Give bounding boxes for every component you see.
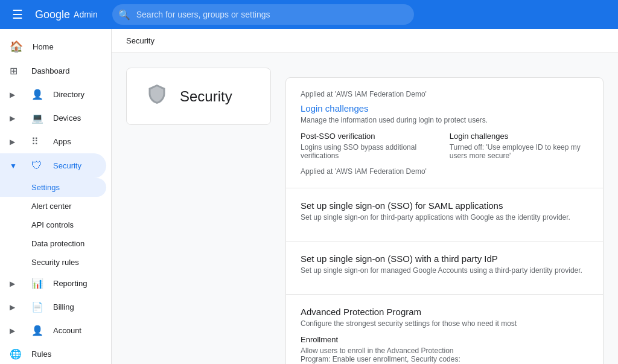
directory-icon: 👤 — [31, 89, 43, 100]
rules-icon: 🌐 — [10, 348, 22, 360]
data-protection-label: Data protection — [31, 239, 84, 248]
section-title-2: Set up single sign-on (SSO) with a third… — [301, 254, 588, 264]
chevron-right-icon: ▶ — [10, 327, 22, 335]
sidebar-item-reporting[interactable]: ▶ 📊 Reporting — [0, 272, 106, 295]
billing-icon: 📄 — [31, 301, 43, 313]
section-cols-0: Post-SSO verification Logins using SSO b… — [301, 132, 588, 160]
col-desc-0-1: Turned off: 'Use employee ID to keep my … — [450, 143, 588, 160]
home-icon: 🏠 — [10, 40, 23, 53]
menu-icon[interactable]: ☰ — [10, 5, 25, 24]
sidebar-sub-item-alert-center[interactable]: Alert center — [0, 197, 106, 216]
breadcrumb-text: Security — [126, 36, 154, 45]
search-input[interactable] — [112, 4, 414, 25]
sidebar-item-label: Billing — [53, 302, 74, 311]
sidebar-sub-item-api-controls[interactable]: API controls — [0, 216, 106, 234]
sidebar-item-label: Rules — [31, 350, 51, 359]
security-header-card: Security — [126, 68, 271, 125]
sidebar-item-label: Home — [33, 42, 54, 51]
sidebar-sub-item-settings[interactable]: Settings — [0, 178, 106, 197]
enrollment-title: Enrollment — [301, 335, 588, 344]
chevron-right-icon: ▶ — [10, 91, 22, 99]
col-title-0-1: Login challenges — [450, 132, 588, 141]
section-col-0-1: Login challenges Turned off: 'Use employ… — [450, 132, 588, 160]
chevron-down-icon: ▼ — [10, 162, 22, 170]
sidebar-item-label: Directory — [53, 90, 84, 99]
admin-wordmark: Admin — [74, 10, 98, 19]
sidebar-item-label: Devices — [53, 113, 81, 123]
account-icon: 👤 — [31, 325, 43, 336]
applied-top-0: Applied at 'AWS IAM Federation Demo' — [301, 90, 588, 98]
api-controls-label: API controls — [31, 220, 74, 229]
sidebar-item-billing[interactable]: ▶ 📄 Billing — [0, 295, 106, 319]
page-title: Security — [180, 88, 232, 105]
sidebar-sub-item-security-rules[interactable]: Security rules — [0, 253, 106, 272]
section-desc-2: Set up single sign-on for managed Google… — [301, 266, 588, 275]
left-panel: Security — [126, 68, 271, 125]
chevron-right-icon: ▶ — [10, 114, 22, 123]
sidebar-item-home[interactable]: 🏠 Home — [0, 34, 106, 59]
sidebar-item-label: Reporting — [53, 279, 87, 288]
sections-container: Applied at 'AWS IAM Federation Demo' Log… — [285, 77, 604, 364]
right-panel: Applied at 'AWS IAM Federation Demo' Log… — [285, 68, 604, 364]
chevron-right-icon: ▶ — [10, 138, 22, 146]
col-title-0-0: Post-SSO verification — [301, 132, 421, 141]
section-desc-0: Manage the information used during login… — [301, 116, 588, 124]
security-submenu: Settings Alert center API controls Data … — [0, 178, 111, 272]
sidebar-item-dashboard[interactable]: ⊞ Dashboard — [0, 59, 106, 83]
section-sso-saml[interactable]: Set up single sign-on (SSO) for SAML app… — [286, 188, 603, 241]
section-title-1: Set up single sign-on (SSO) for SAML app… — [301, 200, 588, 211]
enrollment-line-0: Allow users to enroll in the Advanced Pr… — [301, 346, 482, 355]
section-title-0: Login challenges — [301, 103, 588, 113]
search-container: 🔍 — [112, 4, 414, 25]
sidebar-item-security[interactable]: ▼ 🛡 Security — [0, 153, 106, 178]
sidebar-item-apps[interactable]: ▶ ⠿ Apps — [0, 130, 106, 153]
section-desc-1: Set up single sign-on for third-party ap… — [301, 213, 588, 222]
sidebar-item-label: Apps — [53, 137, 71, 146]
enrollment-line-1: Program: Enable user enrollment, Securit… — [301, 355, 482, 363]
content-area: Security Applied at 'AWS IAM Federation … — [112, 53, 618, 364]
security-icon: 🛡 — [31, 159, 43, 172]
sidebar-item-account[interactable]: ▶ 👤 Account — [0, 319, 106, 342]
app-logo: Google Admin — [35, 8, 98, 21]
section-title-3: Advanced Protection Program — [301, 307, 588, 317]
topbar: ☰ Google Admin 🔍 — [0, 0, 618, 29]
alert-center-label: Alert center — [31, 202, 71, 211]
section-advanced-protection[interactable]: Advanced Protection Program Configure th… — [286, 295, 603, 364]
section-sso-third-party[interactable]: Set up single sign-on (SSO) with a third… — [286, 241, 603, 295]
sidebar-item-devices[interactable]: ▶ 💻 Devices — [0, 106, 106, 130]
dashboard-icon: ⊞ — [10, 65, 22, 77]
applied-bottom-0: Applied at 'AWS IAM Federation Demo' — [301, 167, 588, 176]
search-icon: 🔍 — [118, 9, 130, 21]
app-body: 🏠 Home ⊞ Dashboard ▶ 👤 Directory ▶ 💻 Dev… — [0, 29, 618, 364]
sidebar-item-directory[interactable]: ▶ 👤 Directory — [0, 83, 106, 106]
sidebar: 🏠 Home ⊞ Dashboard ▶ 👤 Directory ▶ 💻 Dev… — [0, 29, 112, 364]
apps-icon: ⠿ — [31, 136, 43, 147]
main-content: Security Security — [112, 29, 618, 364]
devices-icon: 💻 — [31, 112, 43, 124]
sidebar-item-label: Security — [53, 161, 81, 170]
chevron-right-icon: ▶ — [10, 279, 22, 288]
sidebar-item-rules[interactable]: 🌐 Rules — [0, 342, 106, 364]
sidebar-item-label: Dashboard — [31, 66, 70, 75]
chevron-right-icon: ▶ — [10, 303, 22, 311]
sidebar-sub-item-data-protection[interactable]: Data protection — [0, 234, 106, 253]
col-desc-0-0: Logins using SSO bypass additional verif… — [301, 143, 421, 160]
settings-label: Settings — [31, 183, 60, 192]
reporting-icon: 📊 — [31, 278, 43, 289]
breadcrumb: Security — [112, 29, 618, 53]
google-wordmark: Google — [35, 8, 70, 21]
security-rules-label: Security rules — [31, 258, 79, 267]
sidebar-item-label: Account — [53, 326, 81, 335]
section-desc-3: Configure the strongest security setting… — [301, 319, 588, 328]
section-login-challenges[interactable]: Applied at 'AWS IAM Federation Demo' Log… — [286, 78, 603, 188]
section-col-0-0: Post-SSO verification Logins using SSO b… — [301, 132, 421, 160]
security-shield-icon — [146, 83, 168, 110]
